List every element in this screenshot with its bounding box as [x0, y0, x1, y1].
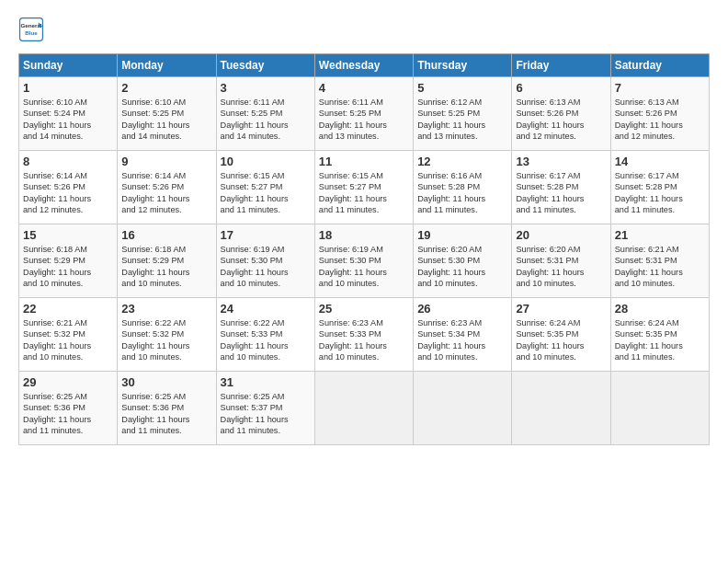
day-number: 17 — [221, 228, 311, 242]
day-number: 23 — [121, 302, 211, 316]
day-number: 30 — [121, 375, 211, 389]
day-number: 21 — [615, 228, 705, 242]
day-number: 5 — [417, 81, 507, 95]
cell-info: Sunrise: 6:19 AMSunset: 5:30 PMDaylight:… — [221, 244, 311, 290]
cell-info: Sunrise: 6:13 AMSunset: 5:26 PMDaylight:… — [516, 97, 606, 143]
calendar-cell: 30Sunrise: 6:25 AMSunset: 5:36 PMDayligh… — [118, 372, 216, 445]
day-number: 15 — [23, 228, 113, 242]
day-number: 7 — [615, 81, 705, 95]
cell-info: Sunrise: 6:18 AMSunset: 5:29 PMDaylight:… — [121, 244, 211, 290]
logo-icon: General Blue — [18, 17, 44, 42]
calendar-week-3: 15Sunrise: 6:18 AMSunset: 5:29 PMDayligh… — [19, 224, 710, 298]
weekday-header-friday: Friday — [512, 54, 610, 77]
cell-info: Sunrise: 6:22 AMSunset: 5:32 PMDaylight:… — [121, 317, 211, 363]
cell-info: Sunrise: 6:10 AMSunset: 5:24 PMDaylight:… — [23, 97, 113, 143]
calendar-cell: 21Sunrise: 6:21 AMSunset: 5:31 PMDayligh… — [610, 224, 709, 298]
day-number: 6 — [516, 81, 606, 95]
calendar-cell: 23Sunrise: 6:22 AMSunset: 5:32 PMDayligh… — [118, 298, 216, 372]
calendar-cell: 7Sunrise: 6:13 AMSunset: 5:26 PMDaylight… — [610, 77, 709, 151]
calendar-week-2: 8Sunrise: 6:14 AMSunset: 5:26 PMDaylight… — [19, 151, 710, 224]
day-number: 14 — [615, 155, 705, 168]
day-number: 24 — [221, 302, 311, 316]
cell-info: Sunrise: 6:20 AMSunset: 5:30 PMDaylight:… — [417, 244, 507, 290]
day-number: 3 — [221, 81, 311, 95]
day-number: 13 — [516, 155, 606, 168]
day-number: 1 — [23, 81, 113, 95]
cell-info: Sunrise: 6:11 AMSunset: 5:25 PMDaylight:… — [221, 97, 311, 143]
cell-info: Sunrise: 6:17 AMSunset: 5:28 PMDaylight:… — [615, 170, 705, 216]
calendar-cell: 12Sunrise: 6:16 AMSunset: 5:28 PMDayligh… — [414, 151, 512, 224]
logo: General Blue — [18, 17, 44, 42]
cell-info: Sunrise: 6:22 AMSunset: 5:33 PMDaylight:… — [221, 317, 311, 363]
calendar-cell: 19Sunrise: 6:20 AMSunset: 5:30 PMDayligh… — [414, 224, 512, 298]
calendar-cell: 22Sunrise: 6:21 AMSunset: 5:32 PMDayligh… — [19, 298, 118, 372]
calendar-cell: 10Sunrise: 6:15 AMSunset: 5:27 PMDayligh… — [216, 151, 314, 224]
calendar-cell: 28Sunrise: 6:24 AMSunset: 5:35 PMDayligh… — [610, 298, 709, 372]
page: General Blue SundayMondayTuesdayWednesda… — [0, 0, 728, 454]
calendar-cell: 15Sunrise: 6:18 AMSunset: 5:29 PMDayligh… — [19, 224, 118, 298]
cell-info: Sunrise: 6:21 AMSunset: 5:32 PMDaylight:… — [23, 317, 113, 363]
cell-info: Sunrise: 6:25 AMSunset: 5:36 PMDaylight:… — [121, 391, 211, 437]
svg-text:Blue: Blue — [25, 29, 38, 36]
cell-info: Sunrise: 6:25 AMSunset: 5:36 PMDaylight:… — [23, 391, 113, 437]
calendar-cell: 11Sunrise: 6:15 AMSunset: 5:27 PMDayligh… — [314, 151, 413, 224]
cell-info: Sunrise: 6:23 AMSunset: 5:34 PMDaylight:… — [417, 317, 507, 363]
weekday-header-wednesday: Wednesday — [314, 54, 413, 77]
cell-info: Sunrise: 6:16 AMSunset: 5:28 PMDaylight:… — [417, 170, 507, 216]
day-number: 18 — [319, 228, 409, 242]
cell-info: Sunrise: 6:15 AMSunset: 5:27 PMDaylight:… — [319, 170, 409, 216]
cell-info: Sunrise: 6:20 AMSunset: 5:31 PMDaylight:… — [516, 244, 606, 290]
weekday-header-thursday: Thursday — [414, 54, 512, 77]
calendar-cell: 3Sunrise: 6:11 AMSunset: 5:25 PMDaylight… — [216, 77, 314, 151]
cell-info: Sunrise: 6:24 AMSunset: 5:35 PMDaylight:… — [615, 317, 705, 363]
cell-info: Sunrise: 6:24 AMSunset: 5:35 PMDaylight:… — [516, 317, 606, 363]
calendar-cell: 5Sunrise: 6:12 AMSunset: 5:25 PMDaylight… — [414, 77, 512, 151]
calendar-cell: 24Sunrise: 6:22 AMSunset: 5:33 PMDayligh… — [216, 298, 314, 372]
calendar-cell: 9Sunrise: 6:14 AMSunset: 5:26 PMDaylight… — [118, 151, 216, 224]
cell-info: Sunrise: 6:14 AMSunset: 5:26 PMDaylight:… — [23, 170, 113, 216]
day-number: 31 — [221, 375, 311, 389]
calendar-cell: 31Sunrise: 6:25 AMSunset: 5:37 PMDayligh… — [216, 372, 314, 445]
calendar-cell: 2Sunrise: 6:10 AMSunset: 5:25 PMDaylight… — [118, 77, 216, 151]
calendar-cell: 18Sunrise: 6:19 AMSunset: 5:30 PMDayligh… — [314, 224, 413, 298]
cell-info: Sunrise: 6:21 AMSunset: 5:31 PMDaylight:… — [615, 244, 705, 290]
header: General Blue — [18, 17, 710, 42]
day-number: 28 — [615, 302, 705, 316]
cell-info: Sunrise: 6:15 AMSunset: 5:27 PMDaylight:… — [221, 170, 311, 216]
weekday-header-monday: Monday — [118, 54, 216, 77]
calendar-cell: 8Sunrise: 6:14 AMSunset: 5:26 PMDaylight… — [19, 151, 118, 224]
calendar-cell: 16Sunrise: 6:18 AMSunset: 5:29 PMDayligh… — [118, 224, 216, 298]
cell-info: Sunrise: 6:19 AMSunset: 5:30 PMDaylight:… — [319, 244, 409, 290]
day-number: 19 — [417, 228, 507, 242]
day-number: 26 — [417, 302, 507, 316]
weekday-header-tuesday: Tuesday — [216, 54, 314, 77]
calendar-cell — [414, 372, 512, 445]
calendar-cell: 29Sunrise: 6:25 AMSunset: 5:36 PMDayligh… — [19, 372, 118, 445]
day-number: 25 — [319, 302, 409, 316]
calendar-cell: 4Sunrise: 6:11 AMSunset: 5:25 PMDaylight… — [314, 77, 413, 151]
day-number: 9 — [121, 155, 211, 168]
calendar-cell — [314, 372, 413, 445]
calendar-cell: 1Sunrise: 6:10 AMSunset: 5:24 PMDaylight… — [19, 77, 118, 151]
day-number: 12 — [417, 155, 507, 168]
day-number: 16 — [121, 228, 211, 242]
cell-info: Sunrise: 6:14 AMSunset: 5:26 PMDaylight:… — [121, 170, 211, 216]
day-number: 20 — [516, 228, 606, 242]
calendar-table: SundayMondayTuesdayWednesdayThursdayFrid… — [18, 53, 710, 445]
day-number: 2 — [121, 81, 211, 95]
day-number: 27 — [516, 302, 606, 316]
weekday-header-sunday: Sunday — [19, 54, 118, 77]
calendar-header-row: SundayMondayTuesdayWednesdayThursdayFrid… — [19, 54, 710, 77]
day-number: 4 — [319, 81, 409, 95]
calendar-cell: 13Sunrise: 6:17 AMSunset: 5:28 PMDayligh… — [512, 151, 610, 224]
cell-info: Sunrise: 6:13 AMSunset: 5:26 PMDaylight:… — [615, 97, 705, 143]
cell-info: Sunrise: 6:10 AMSunset: 5:25 PMDaylight:… — [121, 97, 211, 143]
calendar-week-5: 29Sunrise: 6:25 AMSunset: 5:36 PMDayligh… — [19, 372, 710, 445]
cell-info: Sunrise: 6:11 AMSunset: 5:25 PMDaylight:… — [319, 97, 409, 143]
calendar-cell: 25Sunrise: 6:23 AMSunset: 5:33 PMDayligh… — [314, 298, 413, 372]
day-number: 22 — [23, 302, 113, 316]
calendar-week-1: 1Sunrise: 6:10 AMSunset: 5:24 PMDaylight… — [19, 77, 710, 151]
cell-info: Sunrise: 6:23 AMSunset: 5:33 PMDaylight:… — [319, 317, 409, 363]
day-number: 11 — [319, 155, 409, 168]
cell-info: Sunrise: 6:12 AMSunset: 5:25 PMDaylight:… — [417, 97, 507, 143]
